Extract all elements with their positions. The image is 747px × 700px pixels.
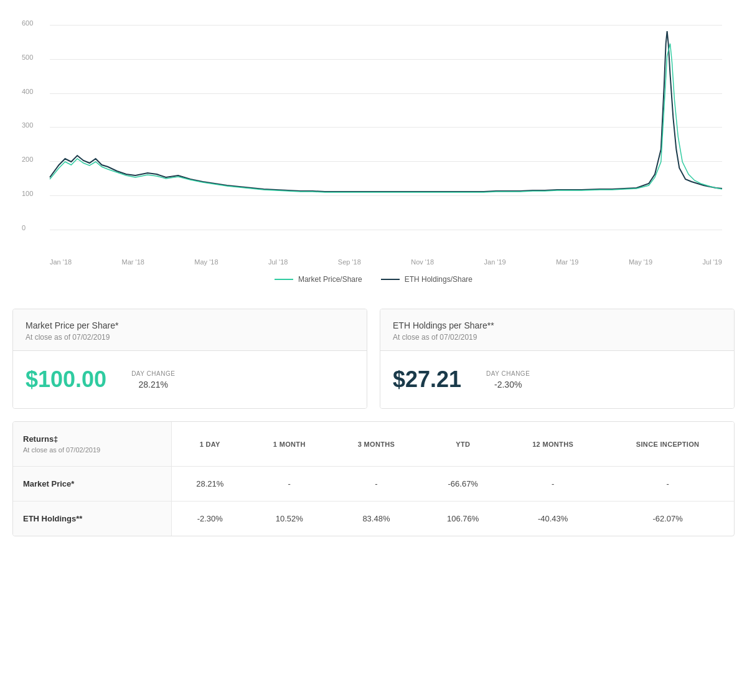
eth-holdings-since-inception: -62.07%	[601, 502, 734, 536]
legend-label-market-price: Market Price/Share	[298, 275, 362, 284]
col-header-ytd: YTD	[421, 422, 504, 467]
x-label-mar19: Mar '19	[556, 258, 578, 266]
eth-holdings-row-label: ETH Holdings**	[23, 514, 161, 523]
market-price-12months: -	[504, 467, 601, 502]
chart-legend: Market Price/Share ETH Holdings/Share	[19, 275, 728, 284]
cards-row: Market Price per Share* At close as of 0…	[12, 309, 735, 409]
x-label-mar18: Mar '18	[122, 258, 144, 266]
x-axis-labels: Jan '18 Mar '18 May '18 Jul '18 Sep '18 …	[50, 255, 722, 266]
legend-eth-holdings: ETH Holdings/Share	[381, 275, 472, 284]
col-header-12months: 12 MONTHS	[504, 422, 601, 467]
legend-label-eth-holdings: ETH Holdings/Share	[405, 275, 472, 284]
chart-area: 600 500 400 300 200 100 0	[50, 25, 722, 255]
eth-holdings-value: $27.21	[393, 366, 461, 393]
market-price-card-header: Market Price per Share* At close as of 0…	[13, 309, 367, 351]
eth-holdings-returns-row: ETH Holdings** -2.30% 10.52% 83.48% 106.…	[13, 502, 734, 536]
returns-table-container: Returns‡ At close as of 07/02/2019 1 DAY…	[12, 421, 735, 536]
market-price-row-label: Market Price*	[23, 479, 161, 488]
x-label-may18: May '18	[194, 258, 218, 266]
market-price-since-inception: -	[601, 467, 734, 502]
market-price-card: Market Price per Share* At close as of 0…	[12, 309, 367, 409]
x-label-jan18: Jan '18	[50, 258, 72, 266]
x-label-jul18: Jul '18	[268, 258, 288, 266]
eth-holdings-12months: -40.43%	[504, 502, 601, 536]
market-price-ytd: -66.67%	[421, 467, 504, 502]
chart-svg	[50, 25, 722, 230]
x-label-nov18: Nov '18	[411, 258, 434, 266]
market-price-change: DAY CHANGE 28.21%	[131, 370, 175, 390]
returns-table: Returns‡ At close as of 07/02/2019 1 DAY…	[13, 422, 734, 536]
market-price-1month: -	[248, 467, 331, 502]
market-price-row-label-cell: Market Price*	[13, 467, 172, 502]
legend-market-price: Market Price/Share	[275, 275, 362, 284]
eth-holdings-row-label-cell: ETH Holdings**	[13, 502, 172, 536]
eth-holdings-3months: 83.48%	[331, 502, 422, 536]
legend-line-green	[275, 279, 293, 280]
market-price-3months: -	[331, 467, 422, 502]
x-label-jul19: Jul '19	[703, 258, 722, 266]
eth-holdings-card: ETH Holdings per Share** At close as of …	[380, 309, 735, 409]
col-header-3months: 3 MONTHS	[331, 422, 422, 467]
chart-container: 600 500 400 300 200 100 0 Jan '18 Mar '1…	[12, 12, 735, 309]
eth-holdings-title: ETH Holdings per Share**	[393, 320, 721, 330]
market-price-title: Market Price per Share*	[26, 320, 354, 330]
x-label-jan19: Jan '19	[484, 258, 506, 266]
market-price-subtitle: At close as of 07/02/2019	[26, 333, 354, 342]
eth-holdings-change: DAY CHANGE -2.30%	[486, 370, 530, 390]
returns-header-row: Returns‡ At close as of 07/02/2019 1 DAY…	[13, 422, 734, 467]
eth-holdings-change-label: DAY CHANGE	[486, 370, 530, 377]
returns-row-subtitle: At close as of 07/02/2019	[23, 446, 161, 454]
eth-holdings-ytd: 106.76%	[421, 502, 504, 536]
returns-row-title: Returns‡	[23, 434, 161, 444]
eth-holdings-card-header: ETH Holdings per Share** At close as of …	[380, 309, 734, 351]
eth-holdings-card-body: $27.21 DAY CHANGE -2.30%	[380, 351, 734, 408]
eth-holdings-change-value: -2.30%	[486, 380, 530, 390]
col-header-1month: 1 MONTH	[248, 422, 331, 467]
eth-holdings-1day: -2.30%	[172, 502, 248, 536]
market-price-1day: 28.21%	[172, 467, 248, 502]
market-price-change-label: DAY CHANGE	[131, 370, 175, 377]
x-label-may19: May '19	[629, 258, 652, 266]
market-price-card-body: $100.00 DAY CHANGE 28.21%	[13, 351, 367, 408]
market-price-value: $100.00	[26, 366, 106, 393]
eth-holdings-subtitle: At close as of 07/02/2019	[393, 333, 721, 342]
col-header-since-inception: SINCE INCEPTION	[601, 422, 734, 467]
market-price-change-value: 28.21%	[131, 380, 175, 390]
market-price-returns-row: Market Price* 28.21% - - -66.67% - -	[13, 467, 734, 502]
col-header-1day: 1 DAY	[172, 422, 248, 467]
x-label-sep18: Sep '18	[338, 258, 361, 266]
legend-line-dark	[381, 279, 400, 280]
returns-label-cell: Returns‡ At close as of 07/02/2019	[13, 422, 172, 467]
eth-holdings-1month: 10.52%	[248, 502, 331, 536]
